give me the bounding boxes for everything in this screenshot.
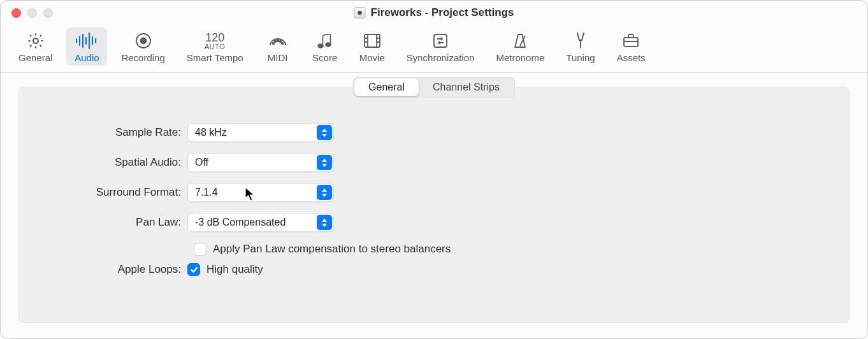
tuning-fork-icon	[568, 31, 593, 50]
svg-point-0	[358, 11, 361, 15]
tab-metronome[interactable]: Metronome	[488, 27, 552, 66]
svg-point-10	[140, 38, 146, 44]
dropdown-pan-law[interactable]: -3 dB Compensated	[187, 213, 334, 232]
row-pan-law-stereo: Apply Pan Law compensation to stereo bal…	[194, 243, 823, 256]
label-high-quality: High quality	[206, 263, 263, 276]
tab-movie[interactable]: Movie	[352, 27, 393, 66]
tab-assets[interactable]: Assets	[609, 27, 653, 66]
svg-point-1	[33, 38, 38, 43]
svg-rect-31	[624, 38, 638, 47]
tab-assets-label: Assets	[617, 52, 646, 63]
tab-tuning[interactable]: Tuning	[558, 27, 602, 66]
subtab-general[interactable]: General	[354, 78, 419, 96]
briefcase-icon	[618, 31, 644, 50]
smart-tempo-num: 120	[205, 32, 224, 43]
chevron-updown-icon	[317, 185, 332, 200]
tab-midi-label: MIDI	[268, 52, 288, 63]
audio-general-form: Sample Rate: 48 kHz Spatial Audio: Off S…	[45, 123, 823, 276]
tab-recording[interactable]: Recording	[113, 27, 172, 66]
label-spatial-audio: Spatial Audio:	[45, 156, 187, 169]
label-apple-loops: Apple Loops:	[45, 263, 187, 276]
value-spatial-audio: Off	[195, 157, 208, 168]
svg-point-13	[281, 43, 283, 45]
checkbox-high-quality[interactable]	[187, 263, 200, 276]
dropdown-surround-format[interactable]: 7.1.4	[187, 183, 334, 202]
svg-rect-20	[365, 34, 380, 47]
value-surround-format: 7.1.4	[195, 187, 218, 198]
row-spatial-audio: Spatial Audio: Off	[45, 153, 823, 172]
toolbar: General Audio	[1, 25, 867, 72]
svg-point-14	[274, 41, 276, 43]
window-title-group: Fireworks - Project Settings	[354, 6, 514, 19]
row-pan-law: Pan Law: -3 dB Compensated	[45, 213, 823, 232]
tab-synchronization-label: Synchronization	[407, 52, 475, 63]
checkbox-pan-law-stereo[interactable]	[194, 243, 206, 256]
row-apple-loops: Apple Loops: High quality	[45, 263, 823, 276]
tab-recording-label: Recording	[121, 52, 164, 63]
smart-tempo-sub: AUTO	[205, 43, 225, 50]
value-sample-rate: 48 kHz	[195, 127, 227, 138]
subtab-control: General Channel Strips	[353, 77, 515, 97]
label-pan-law-stereo: Apply Pan Law compensation to stereo bal…	[213, 243, 451, 256]
window-title: Fireworks - Project Settings	[371, 6, 514, 19]
label-sample-rate: Sample Rate:	[45, 126, 187, 139]
smart-tempo-icon: 120 AUTO	[202, 31, 228, 50]
tab-movie-label: Movie	[359, 52, 385, 63]
dropdown-spatial-audio[interactable]: Off	[187, 153, 334, 172]
audio-settings-panel: General Channel Strips Sample Rate: 48 k…	[18, 87, 850, 323]
tab-smart-tempo[interactable]: 120 AUTO Smart Tempo	[179, 27, 251, 66]
project-settings-window: Fireworks - Project Settings General	[0, 0, 868, 339]
tab-tuning-label: Tuning	[566, 52, 595, 63]
tab-smart-tempo-label: Smart Tempo	[187, 52, 243, 63]
chevron-updown-icon	[317, 125, 332, 140]
tab-metronome-label: Metronome	[496, 52, 544, 63]
svg-rect-27	[434, 34, 447, 47]
subtab-channel-strips[interactable]: Channel Strips	[419, 78, 514, 96]
maximize-button[interactable]	[43, 8, 53, 18]
tab-midi[interactable]: MIDI	[257, 27, 298, 66]
svg-point-11	[272, 43, 274, 45]
record-icon	[131, 31, 156, 50]
value-pan-law: -3 dB Compensated	[195, 217, 286, 228]
svg-point-12	[277, 40, 278, 42]
chevron-updown-icon	[317, 215, 332, 230]
titlebar: Fireworks - Project Settings	[1, 1, 867, 25]
tab-synchronization[interactable]: Synchronization	[399, 27, 482, 66]
metronome-icon	[507, 31, 533, 50]
gear-icon	[23, 31, 48, 50]
tab-audio[interactable]: Audio	[66, 27, 107, 66]
score-icon	[312, 31, 338, 50]
row-sample-rate: Sample Rate: 48 kHz	[45, 123, 823, 142]
row-surround-format: Surround Format: 7.1.4	[45, 183, 823, 202]
waveform-icon	[74, 31, 99, 50]
midi-icon	[265, 31, 291, 50]
tab-score[interactable]: Score	[305, 27, 345, 66]
app-icon	[354, 7, 366, 18]
dropdown-sample-rate[interactable]: 48 kHz	[187, 123, 334, 142]
close-button[interactable]	[11, 8, 21, 18]
tab-general[interactable]: General	[11, 27, 60, 66]
svg-point-15	[279, 41, 281, 43]
tab-audio-label: Audio	[75, 52, 99, 63]
film-icon	[359, 31, 385, 50]
label-pan-law: Pan Law:	[45, 216, 187, 229]
chevron-updown-icon	[317, 155, 332, 170]
traffic-lights	[11, 8, 53, 18]
sync-icon	[428, 31, 453, 50]
label-surround-format: Surround Format:	[45, 186, 187, 199]
minimize-button[interactable]	[27, 8, 37, 18]
content-area: General Channel Strips Sample Rate: 48 k…	[1, 73, 867, 338]
tab-general-label: General	[18, 52, 52, 63]
tab-score-label: Score	[312, 52, 337, 63]
